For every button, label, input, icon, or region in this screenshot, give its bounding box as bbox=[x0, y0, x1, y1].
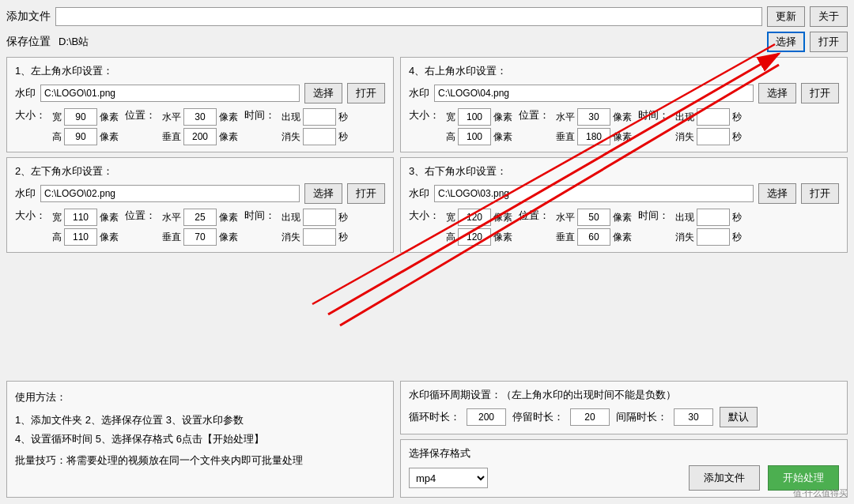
panel-bottomright-title: 3、右下角水印设置： bbox=[409, 164, 839, 179]
add-file-button[interactable]: 添加文件 bbox=[689, 465, 760, 491]
default-button[interactable]: 默认 bbox=[720, 407, 758, 427]
size-label-tl: 大小： bbox=[15, 108, 46, 122]
width-label-tl: 宽 bbox=[52, 111, 62, 124]
wm-row-bl: 水印 选择 打开 bbox=[15, 183, 385, 204]
wm-path-br[interactable] bbox=[434, 185, 754, 202]
update-button[interactable]: 更新 bbox=[767, 6, 805, 27]
time-block-tl: 出现 秒 消失 秒 bbox=[282, 108, 348, 145]
appear-input-tl[interactable] bbox=[303, 108, 336, 126]
height-input-tl[interactable] bbox=[64, 128, 97, 145]
usage-line3: 批量技巧：将需要处理的视频放在同一个文件夹内即可批量处理 bbox=[15, 451, 385, 469]
loop-label: 循环时长： bbox=[409, 410, 460, 424]
size-label-bl: 大小： bbox=[15, 209, 46, 223]
pos-block-tl: 水平 像素 垂直 像素 bbox=[162, 108, 238, 145]
about-button[interactable]: 关于 bbox=[810, 6, 848, 27]
height-input-bl[interactable] bbox=[64, 228, 97, 246]
save-path-text: D:\B站 bbox=[55, 33, 410, 51]
hpos-input-tl[interactable] bbox=[183, 108, 217, 126]
wm-row-tr: 水印 选择 打开 bbox=[409, 83, 839, 103]
pause-label: 停留时长： bbox=[512, 410, 564, 424]
interval-input[interactable] bbox=[674, 408, 713, 426]
add-file-label: 添加文件 bbox=[6, 9, 51, 24]
format-select[interactable]: mp4 avi mov mkv bbox=[409, 468, 488, 488]
panel-topleft: 1、左上角水印设置： 水印 选择 打开 大小： 宽 像素 bbox=[6, 57, 394, 152]
loop-input[interactable] bbox=[467, 408, 506, 426]
wm-open-br[interactable]: 打开 bbox=[801, 183, 839, 204]
width-input-br[interactable] bbox=[458, 209, 491, 226]
usage-line2: 4、设置循环时间 5、选择保存格式 6点击【开始处理】 bbox=[15, 430, 385, 448]
wm-label-br: 水印 bbox=[409, 186, 429, 201]
usage-title: 使用方法： bbox=[15, 388, 385, 406]
wm-path-tr[interactable] bbox=[434, 85, 754, 102]
disappear-input-tl[interactable] bbox=[303, 128, 336, 145]
save-open-button[interactable]: 打开 bbox=[810, 32, 848, 52]
wm-open-tr[interactable]: 打开 bbox=[801, 83, 839, 103]
panel-bottomleft: 2、左下角水印设置： 水印 选择 打开 大小： 宽 像素 bbox=[6, 157, 394, 253]
disappear-input-tr[interactable] bbox=[697, 128, 730, 145]
right-col: 4、右上角水印设置： 水印 选择 打开 大小： 宽 像素 bbox=[400, 57, 848, 376]
width-input-tl[interactable] bbox=[64, 108, 97, 126]
pos-label-tl: 位置： bbox=[125, 108, 156, 122]
save-select-button[interactable]: 选择 bbox=[767, 32, 805, 52]
vpos-input-tl[interactable] bbox=[183, 128, 217, 145]
wm-select-tl[interactable]: 选择 bbox=[304, 83, 342, 103]
vpos-input-tr[interactable] bbox=[577, 128, 610, 145]
wm-row-topleft: 水印 选择 打开 bbox=[15, 83, 385, 103]
panel-topright: 4、右上角水印设置： 水印 选择 打开 大小： 宽 像素 bbox=[400, 57, 848, 152]
height-label-tl: 高 bbox=[52, 130, 62, 144]
appear-input-tr[interactable] bbox=[697, 108, 730, 126]
width-input-bl[interactable] bbox=[64, 209, 97, 226]
panel-topright-title: 4、右上角水印设置： bbox=[409, 64, 839, 78]
vpos-input-br[interactable] bbox=[577, 228, 610, 246]
time-label-tl: 时间： bbox=[244, 108, 275, 122]
usage-panel: 使用方法： 1、添加文件夹 2、选择保存位置 3、设置水印参数 4、设置循环时间… bbox=[6, 381, 394, 498]
wm-select-tr[interactable]: 选择 bbox=[758, 83, 796, 103]
wm-open-tl[interactable]: 打开 bbox=[347, 83, 385, 103]
save-label: 保存位置 bbox=[6, 35, 51, 49]
vpos-input-bl[interactable] bbox=[183, 228, 217, 246]
pause-input[interactable] bbox=[570, 408, 610, 426]
wm-path-bl[interactable] bbox=[40, 185, 300, 202]
disappear-input-br[interactable] bbox=[697, 228, 730, 246]
top-bar: 添加文件 更新 关于 bbox=[6, 6, 848, 27]
wm-row-br: 水印 选择 打开 bbox=[409, 183, 839, 204]
hpos-input-bl[interactable] bbox=[183, 209, 217, 226]
hpos-input-br[interactable] bbox=[577, 209, 610, 226]
right-bottom: 水印循环周期设置：（左上角水印的出现时间不能是负数） 循环时长： 停留时长： 间… bbox=[400, 381, 848, 498]
panel-topleft-title: 1、左上角水印设置： bbox=[15, 64, 385, 78]
left-col: 1、左上角水印设置： 水印 选择 打开 大小： 宽 像素 bbox=[6, 57, 394, 376]
wm-label-tr: 水印 bbox=[409, 86, 429, 100]
appear-input-bl[interactable] bbox=[303, 209, 336, 226]
format-label: 选择保存格式 bbox=[409, 446, 470, 461]
cycle-title: 水印循环周期设置：（左上角水印的出现时间不能是负数） bbox=[409, 388, 839, 402]
save-bar: 保存位置 D:\B站 选择 打开 bbox=[6, 32, 848, 52]
height-input-br[interactable] bbox=[458, 228, 491, 246]
wm-open-bl[interactable]: 打开 bbox=[347, 183, 385, 204]
panel-bottomright: 3、右下角水印设置： 水印 选择 打开 大小： 宽 像素 bbox=[400, 157, 848, 253]
panels-row: 1、左上角水印设置： 水印 选择 打开 大小： 宽 像素 bbox=[6, 57, 848, 376]
panel-bottomleft-title: 2、左下角水印设置： bbox=[15, 164, 385, 179]
format-row: 选择保存格式 bbox=[409, 446, 839, 461]
height-input-tr[interactable] bbox=[458, 128, 491, 145]
disappear-input-bl[interactable] bbox=[303, 228, 336, 246]
corner-logo: 值·什么值得买 bbox=[793, 487, 848, 499]
interval-label: 间隔时长： bbox=[616, 410, 667, 424]
main-window: 添加文件 更新 关于 保存位置 D:\B站 选择 打开 1、左上角水印设置： 水… bbox=[0, 0, 854, 504]
add-file-input[interactable] bbox=[55, 7, 762, 26]
usage-line1: 1、添加文件夹 2、选择保存位置 3、设置水印参数 bbox=[15, 411, 385, 429]
hpos-input-tr[interactable] bbox=[577, 108, 610, 126]
width-input-tr[interactable] bbox=[458, 108, 491, 126]
cycle-row: 循环时长： 停留时长： 间隔时长： 默认 bbox=[409, 407, 839, 427]
size-block-tl: 宽 像素 高 像素 bbox=[52, 108, 119, 145]
wm-select-bl[interactable]: 选择 bbox=[304, 183, 342, 204]
bottom-row: 使用方法： 1、添加文件夹 2、选择保存位置 3、设置水印参数 4、设置循环时间… bbox=[6, 381, 848, 498]
format-panel: 选择保存格式 mp4 avi mov mkv 添加文件 开始处理 bbox=[400, 439, 848, 498]
wm-label-bl: 水印 bbox=[15, 186, 36, 201]
wm-label-tl: 水印 bbox=[15, 86, 36, 100]
wm-path-tl[interactable] bbox=[40, 85, 300, 102]
appear-input-br[interactable] bbox=[697, 209, 730, 226]
wm-select-br[interactable]: 选择 bbox=[758, 183, 796, 204]
cycle-panel: 水印循环周期设置：（左上角水印的出现时间不能是负数） 循环时长： 停留时长： 间… bbox=[400, 381, 848, 434]
